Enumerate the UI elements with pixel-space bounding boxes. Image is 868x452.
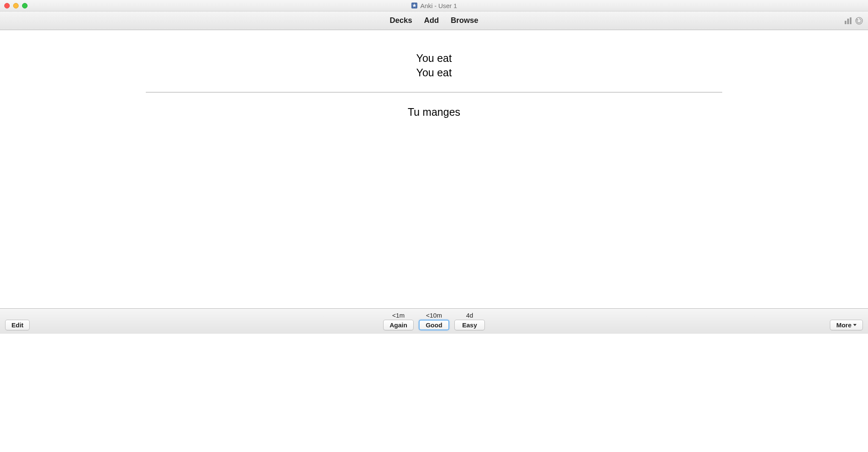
- interval-easy: 4d: [466, 312, 473, 319]
- toolbar-nav: Decks Add Browse: [389, 16, 478, 25]
- more-button-label: More: [836, 321, 851, 329]
- chevron-down-icon: [853, 324, 857, 326]
- toolbar: Decks Add Browse: [0, 11, 868, 30]
- anki-app-icon: [411, 2, 418, 9]
- window-title: Anki - User 1: [420, 2, 457, 9]
- bottom-left: Edit: [5, 320, 30, 330]
- card-back: Tu manges: [0, 106, 868, 118]
- card-divider: [146, 92, 722, 92]
- bottom-bar: Edit <1m Again <10m Good 4d Easy More: [0, 308, 868, 334]
- title-bar: Anki - User 1: [0, 0, 868, 11]
- again-button[interactable]: Again: [383, 320, 414, 330]
- nav-add[interactable]: Add: [424, 16, 439, 25]
- sync-icon[interactable]: [855, 17, 863, 25]
- answer-buttons: <1m Again <10m Good 4d Easy: [383, 312, 485, 330]
- svg-rect-3: [850, 17, 851, 24]
- svg-rect-1: [845, 21, 846, 24]
- card-front: You eat You eat: [0, 51, 868, 80]
- bottom-right: More: [830, 320, 863, 330]
- svg-rect-2: [847, 19, 849, 24]
- card-front-line1: You eat: [0, 51, 868, 66]
- bar-chart-icon[interactable]: [844, 17, 852, 25]
- edit-button[interactable]: Edit: [5, 320, 30, 330]
- window-close-button[interactable]: [4, 3, 10, 8]
- nav-browse[interactable]: Browse: [451, 16, 479, 25]
- window-minimize-button[interactable]: [13, 3, 19, 8]
- card-front-line2: You eat: [0, 66, 868, 80]
- title-bar-center: Anki - User 1: [411, 2, 457, 9]
- interval-good: <10m: [426, 312, 442, 319]
- answer-again-col: <1m Again: [383, 312, 414, 330]
- toolbar-right: [844, 17, 863, 25]
- card-area: You eat You eat Tu manges: [0, 30, 868, 308]
- traffic-lights: [4, 3, 28, 8]
- easy-button[interactable]: Easy: [454, 320, 485, 330]
- interval-again: <1m: [392, 312, 405, 319]
- nav-decks[interactable]: Decks: [389, 16, 412, 25]
- answer-good-col: <10m Good: [419, 312, 449, 330]
- window-maximize-button[interactable]: [22, 3, 28, 8]
- good-button[interactable]: Good: [419, 320, 449, 330]
- more-button[interactable]: More: [830, 320, 863, 330]
- answer-easy-col: 4d Easy: [454, 312, 485, 330]
